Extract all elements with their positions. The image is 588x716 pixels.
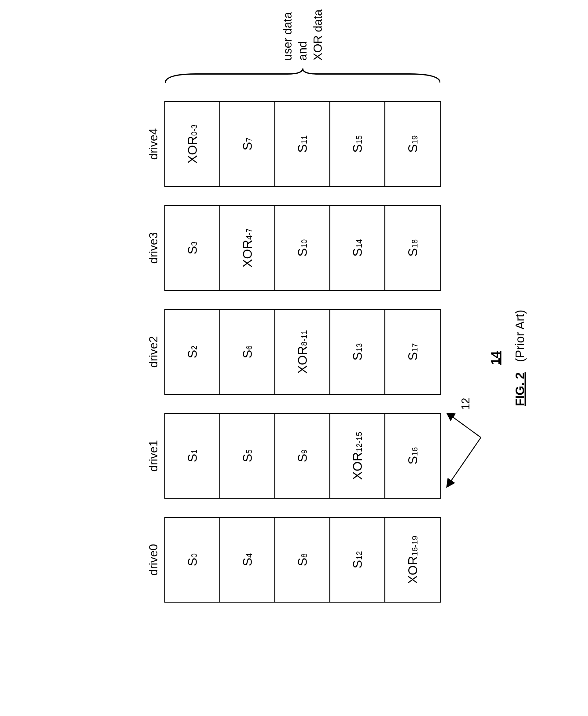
cell: S6 (220, 310, 275, 394)
cell: XOR16-19 (385, 518, 440, 602)
cell: S15 (330, 102, 385, 186)
brace-label-line: XOR data (310, 9, 325, 61)
cell: S7 (220, 102, 275, 186)
drive-header: drive4 (147, 128, 160, 160)
brace-annotation: user data and XOR data (165, 9, 440, 86)
cell: S0 (165, 518, 220, 602)
cell: S5 (220, 414, 275, 498)
cell: XOR0-3 (165, 102, 220, 186)
stripe-stack: S3 XOR4-7 S10 S14 S18 (164, 205, 441, 291)
reference-arrows-icon (444, 413, 487, 492)
figure-caption: FIG. 2 (Prior Art) (513, 310, 527, 406)
drive-column-3: drive3 S3 XOR4-7 S10 S14 S18 (147, 205, 441, 291)
cell: S17 (385, 310, 440, 394)
cell: XOR12-15 (330, 414, 385, 498)
cell: S8 (275, 518, 330, 602)
stripe-stack: S0 S4 S8 S12 XOR16-19 (164, 517, 441, 602)
rotated-canvas: drive0 S0 S4 S8 S12 XOR16-19 drive1 S1 S… (147, 101, 441, 615)
reference-14: 14 (489, 351, 502, 365)
cell: S9 (275, 414, 330, 498)
reference-number: 12 (459, 398, 472, 410)
cell: S2 (165, 310, 220, 394)
figure-note: (Prior Art) (513, 310, 527, 362)
cell: XOR8-11 (275, 310, 330, 394)
cell: S3 (165, 206, 220, 290)
drive-header: drive1 (147, 440, 160, 472)
drives-row: drive0 S0 S4 S8 S12 XOR16-19 drive1 S1 S… (147, 101, 441, 602)
stripe-stack: S2 S6 XOR8-11 S13 S17 (164, 309, 441, 395)
figure-number: FIG. 2 (513, 372, 527, 406)
drive-column-2: drive2 S2 S6 XOR8-11 S13 S17 (147, 309, 441, 395)
cell: S18 (385, 206, 440, 290)
cell: S16 (385, 414, 440, 498)
cell: S13 (330, 310, 385, 394)
cell: S4 (220, 518, 275, 602)
cell: S11 (275, 102, 330, 186)
curly-brace-icon (165, 68, 440, 86)
svg-line-0 (447, 437, 481, 486)
cell: S1 (165, 414, 220, 498)
stripe-stack: XOR0-3 S7 S11 S15 S19 (164, 101, 441, 187)
svg-line-1 (447, 413, 481, 437)
drive-column-1: drive1 S1 S5 S9 XOR12-15 S16 (147, 413, 441, 499)
cell: S10 (275, 206, 330, 290)
diagram-wrapper: drive0 S0 S4 S8 S12 XOR16-19 drive1 S1 S… (147, 101, 441, 615)
reference-12: 12 (444, 398, 487, 492)
drive-column-4: drive4 XOR0-3 S7 S11 S15 S19 (147, 101, 441, 187)
cell: S14 (330, 206, 385, 290)
brace-label: user data and XOR data (280, 9, 325, 61)
drive-header: drive2 (147, 336, 160, 368)
cell: XOR4-7 (220, 206, 275, 290)
brace-label-line: user data (280, 9, 295, 61)
drive-column-0: drive0 S0 S4 S8 S12 XOR16-19 (147, 517, 441, 602)
cell: S12 (330, 518, 385, 602)
stripe-stack: S1 S5 S9 XOR12-15 S16 (164, 413, 441, 499)
drive-header: drive0 (147, 544, 160, 576)
brace-label-line: and (295, 9, 310, 61)
cell: S19 (385, 102, 440, 186)
drive-header: drive3 (147, 232, 160, 264)
